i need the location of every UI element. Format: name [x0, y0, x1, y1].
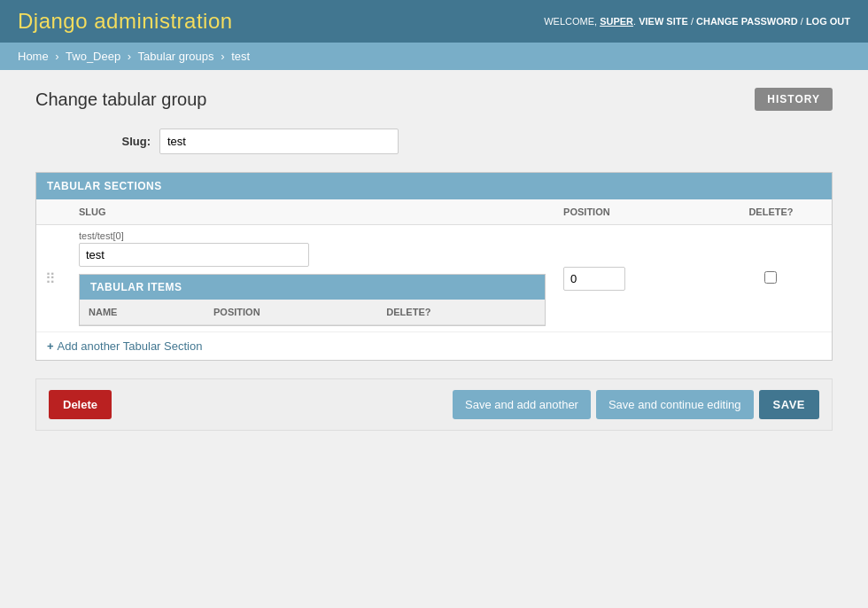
breadcrumb-current: test	[231, 50, 250, 63]
col-item-delete-header: DELETE?	[377, 300, 545, 325]
content: Change tabular group HISTORY Slug: TABUL…	[0, 70, 868, 448]
slug-cell: test/test[0] TABULAR ITEMS NAME POSITION	[70, 225, 554, 332]
welcome-prefix: WELCOME,	[544, 16, 597, 27]
tabular-items-header: TABULAR ITEMS	[80, 275, 545, 300]
change-password-link[interactable]: CHANGE PASSWORD	[696, 16, 798, 27]
position-cell	[554, 225, 710, 332]
section-position-input[interactable]	[563, 267, 625, 291]
submit-row: Delete Save and add another Save and con…	[35, 378, 833, 431]
submit-row-right: Save and add another Save and continue e…	[453, 390, 819, 419]
drag-handle-cell: ⠿	[36, 225, 70, 332]
save-and-add-button[interactable]: Save and add another	[453, 390, 591, 419]
save-and-continue-button[interactable]: Save and continue editing	[596, 390, 754, 419]
save-button[interactable]: SAVE	[759, 390, 819, 419]
breadcrumb-sep2: ›	[128, 50, 131, 63]
col-name-header: NAME	[80, 300, 205, 325]
tabular-sections-header: TABULAR SECTIONS	[36, 173, 832, 199]
breadcrumbs: Home › Two_Deep › Tabular groups › test	[0, 43, 868, 70]
slug-form-row: Slug:	[35, 129, 833, 154]
log-out-link[interactable]: LOG OUT	[806, 16, 850, 27]
delete-cell	[710, 225, 832, 332]
view-site-link[interactable]: VIEW SITE	[639, 16, 688, 27]
breadcrumb-two-deep[interactable]: Two_Deep	[66, 50, 120, 63]
breadcrumb-tabular-groups[interactable]: Tabular groups	[138, 50, 214, 63]
page-title-row: Change tabular group HISTORY	[35, 88, 833, 111]
col-slug-header: SLUG	[70, 199, 554, 225]
username: SUPER	[600, 16, 633, 27]
tabular-items-table: NAME POSITION DELETE?	[80, 300, 545, 325]
col-drag	[36, 199, 70, 225]
user-tools: WELCOME, SUPER. VIEW SITE / CHANGE PASSW…	[544, 16, 850, 27]
tabular-sections-table: SLUG POSITION DELETE? ⠿ test/test[0] T	[36, 199, 832, 331]
slug-label: Slug:	[44, 135, 151, 148]
site-brand: Django administration	[18, 9, 233, 34]
add-tabular-section-link[interactable]: +Add another Tabular Section	[47, 339, 202, 353]
section-delete-checkbox[interactable]	[764, 271, 777, 284]
page-title: Change tabular group	[35, 90, 206, 110]
tabular-items-group: TABULAR ITEMS NAME POSITION DELETE?	[79, 274, 546, 326]
plus-icon: +	[47, 339, 54, 353]
table-row: ⠿ test/test[0] TABULAR ITEMS NAME	[36, 225, 832, 332]
breadcrumb-home[interactable]: Home	[18, 50, 49, 63]
row-id: test/test[0]	[79, 230, 546, 241]
delete-button[interactable]: Delete	[49, 390, 112, 419]
add-row: +Add another Tabular Section	[36, 331, 832, 360]
col-position-header: POSITION	[554, 199, 710, 225]
header: Django administration WELCOME, SUPER. VI…	[0, 0, 868, 43]
add-section-label: Add another Tabular Section	[58, 339, 203, 353]
tabular-sections-group: TABULAR SECTIONS SLUG POSITION DELETE? ⠿…	[35, 172, 833, 361]
section-slug-input[interactable]	[79, 243, 309, 267]
breadcrumb-sep1: ›	[55, 50, 58, 63]
col-delete-header: DELETE?	[710, 199, 832, 225]
col-item-position-header: POSITION	[205, 300, 377, 325]
drag-handle-icon[interactable]: ⠿	[45, 271, 61, 286]
tabular-items-thead-row: NAME POSITION DELETE?	[80, 300, 545, 325]
breadcrumb-sep3: ›	[221, 50, 224, 63]
tabular-sections-thead-row: SLUG POSITION DELETE?	[36, 199, 832, 225]
history-button[interactable]: HISTORY	[755, 88, 833, 111]
slug-input[interactable]	[159, 129, 399, 154]
